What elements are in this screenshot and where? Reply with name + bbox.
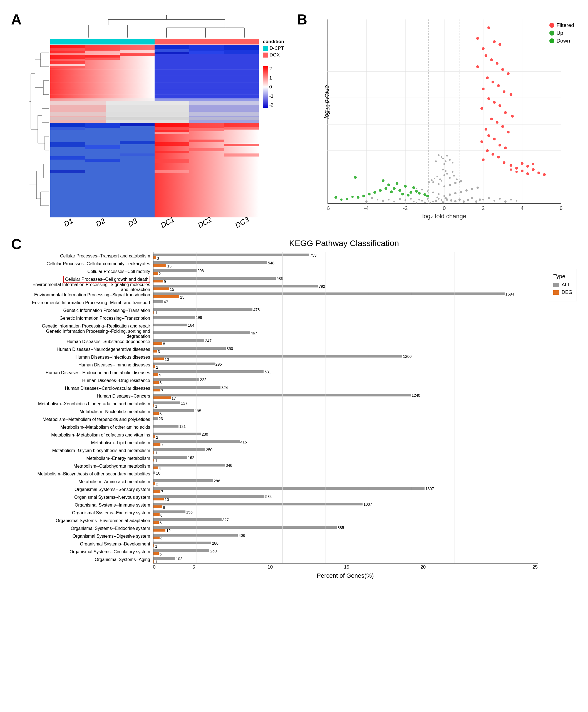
svg-rect-63 [85, 50, 120, 55]
bar-deg-label-39: 1 [155, 560, 158, 564]
bar-all-label-11: 247 [205, 339, 212, 343]
barchart-ylabel-33: Organismal Systems--Excretory system [72, 509, 150, 517]
bar-all-38 [153, 549, 209, 552]
svg-rect-68 [120, 54, 154, 56]
svg-rect-89 [50, 123, 85, 127]
svg-rect-95 [154, 159, 189, 163]
bar-row-24: 4157 [153, 439, 538, 447]
barchart-ylabel-1: Cellular Processes--Cellular community -… [46, 260, 150, 268]
bar-deg-11 [153, 342, 162, 345]
barchart-ylabel-15: Human Diseases--Endocrine and metabolic … [46, 369, 150, 377]
up-dot [549, 30, 554, 36]
svg-point-289 [390, 190, 393, 193]
bar-all-12 [153, 347, 226, 350]
bar-deg-34 [153, 521, 159, 524]
bar-deg-33 [153, 513, 160, 516]
bar-deg-38 [153, 552, 159, 555]
barchart-ylabel-30: Organismal Systems--Sensory system [75, 486, 150, 494]
svg-point-148 [442, 201, 444, 204]
svg-rect-84 [154, 132, 189, 134]
bar-deg-25 [153, 451, 154, 454]
filtered-dot [549, 23, 554, 28]
bar-all-6 [153, 300, 163, 303]
svg-rect-61 [50, 66, 85, 68]
svg-point-151 [429, 202, 431, 204]
svg-point-188 [488, 197, 490, 199]
svg-point-205 [449, 177, 451, 179]
bar-row-6: 47 [153, 299, 538, 307]
barchart-inner: Cellular Processes--Transport and catabo… [28, 252, 577, 579]
bar-row-12: 3503 [153, 345, 538, 353]
svg-point-294 [362, 195, 365, 197]
svg-point-220 [438, 154, 440, 156]
bar-row-8: 199 [153, 314, 538, 322]
svg-point-273 [334, 196, 337, 199]
bar-deg-23 [153, 435, 155, 438]
barchart-ylabel-16: Human Diseases--Drug resistance [82, 377, 150, 384]
svg-point-150 [444, 197, 447, 199]
svg-point-173 [465, 189, 468, 192]
bar-all-label-34: 327 [223, 518, 229, 522]
svg-rect-86 [189, 128, 224, 131]
legend-all-color [553, 283, 559, 287]
svg-point-165 [410, 198, 412, 200]
svg-text:log₂ fold change: log₂ fold change [422, 213, 466, 219]
bar-row-7: 4781 [153, 307, 538, 314]
svg-point-192 [499, 198, 501, 200]
svg-point-184 [404, 199, 406, 201]
svg-point-274 [354, 176, 357, 179]
barchart-ylabel-24: Metabolism--Lipid metabolism [91, 439, 150, 447]
svg-rect-108 [50, 99, 259, 105]
svg-rect-87 [224, 123, 259, 127]
bar-all-34 [153, 518, 222, 521]
bar-all-label-28: 10 [156, 471, 161, 476]
scale-2: 2 [269, 66, 274, 72]
svg-point-253 [480, 140, 483, 143]
svg-text:6: 6 [559, 205, 562, 211]
svg-rect-58 [50, 59, 85, 61]
svg-point-252 [493, 138, 496, 140]
bar-all-label-1: 548 [268, 261, 274, 265]
bar-row-0: 7533 [153, 252, 538, 260]
bar-deg-27 [153, 466, 158, 469]
svg-point-272 [532, 163, 534, 165]
svg-point-239 [510, 93, 512, 96]
bar-all-label-5: 1694 [505, 292, 514, 296]
heatmap-xlabel-d3: D3 [126, 216, 139, 229]
svg-point-190 [388, 199, 390, 201]
legend-deg-color [553, 290, 559, 295]
svg-point-297 [346, 198, 348, 200]
svg-point-236 [497, 84, 500, 87]
bar-row-9: 164 [153, 322, 538, 330]
svg-rect-88 [224, 127, 259, 129]
bar-all-label-16: 222 [200, 378, 206, 382]
bar-deg-17 [153, 389, 161, 392]
bar-all-26 [153, 456, 187, 459]
bar-deg-2 [153, 272, 158, 275]
svg-point-281 [398, 189, 401, 192]
down-label: Down [556, 38, 570, 44]
svg-rect-102 [50, 156, 85, 160]
bar-all-36 [153, 534, 238, 537]
bar-all-2 [153, 269, 196, 272]
barchart-ylabel-4: Environmental Information Processing--Si… [28, 283, 150, 291]
svg-point-156 [463, 201, 465, 203]
svg-point-254 [499, 144, 501, 147]
bar-deg-16 [153, 381, 159, 384]
barchart-ylabel-26: Metabolism--Energy metabolism [86, 455, 150, 462]
svg-point-284 [410, 191, 412, 194]
bar-row-32: 10078 [153, 501, 538, 509]
svg-point-231 [476, 65, 479, 68]
bar-all-label-0: 753 [310, 253, 316, 257]
svg-point-199 [441, 180, 442, 182]
svg-rect-59 [50, 61, 85, 64]
gridline-20 [326, 252, 326, 563]
svg-point-180 [438, 183, 440, 185]
panel-a-label: A [11, 11, 22, 28]
bar-all-18 [153, 394, 411, 396]
svg-point-211 [456, 179, 458, 180]
bar-deg-36 [153, 537, 160, 539]
bar-all-label-32: 1007 [363, 502, 372, 506]
svg-rect-83 [154, 130, 189, 132]
gridline-35 [455, 252, 455, 563]
